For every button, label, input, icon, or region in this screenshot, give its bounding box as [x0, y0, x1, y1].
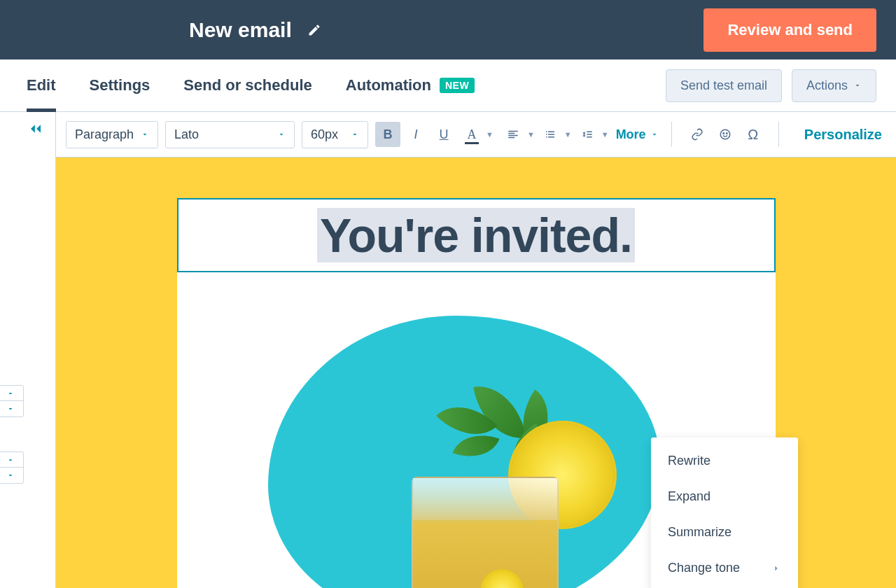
caret-down-icon: [650, 130, 659, 139]
underline-button[interactable]: U: [431, 122, 456, 147]
tab-edit[interactable]: Edit: [27, 59, 56, 111]
editor-area: Paragraph Lato 60px B I U A ▼ ▼: [56, 112, 896, 588]
menu-expand-label: Expand: [668, 489, 710, 504]
tab-send-schedule[interactable]: Send or schedule: [183, 59, 312, 111]
tab-settings[interactable]: Settings: [90, 59, 150, 111]
actions-dropdown[interactable]: Actions: [792, 69, 876, 102]
review-send-button[interactable]: Review and send: [704, 8, 876, 52]
tab-send-label: Send or schedule: [183, 76, 312, 94]
svg-point-2: [726, 133, 727, 134]
personalize-button[interactable]: Personalize: [804, 127, 886, 143]
stepper-down-2[interactable]: [0, 468, 23, 483]
paragraph-group: ▼ ▼ ▼: [500, 122, 609, 147]
align-button[interactable]: [500, 122, 526, 147]
line-height-button[interactable]: [575, 122, 600, 147]
caret-down-icon[interactable]: ▼: [601, 130, 609, 139]
caret-down-icon[interactable]: ▼: [564, 130, 572, 139]
workspace: Paragraph Lato 60px B I U A ▼ ▼: [0, 112, 896, 588]
divider: [778, 122, 779, 147]
menu-change-tone[interactable]: Change tone: [651, 550, 798, 586]
block-style-dropdown[interactable]: Paragraph: [66, 121, 158, 148]
new-badge: NEW: [440, 78, 475, 93]
tab-automation[interactable]: Automation NEW: [346, 59, 475, 111]
tab-settings-label: Settings: [90, 76, 150, 94]
menu-rewrite-label: Rewrite: [668, 454, 710, 468]
stepper-down-1[interactable]: [0, 401, 23, 416]
menu-summarize-label: Summarize: [668, 525, 732, 540]
tab-edit-label: Edit: [27, 76, 56, 94]
text-color-button[interactable]: A: [459, 122, 484, 147]
sub-navigation: Edit Settings Send or schedule Automatio…: [0, 59, 896, 112]
ai-context-menu: Rewrite Expand Summarize Change tone: [651, 438, 798, 588]
glass-body: [412, 477, 559, 588]
caret-down-icon: [351, 130, 359, 139]
emoji-button[interactable]: [713, 122, 738, 147]
stepper-up-1[interactable]: [0, 386, 23, 401]
bold-button[interactable]: B: [375, 122, 400, 147]
email-canvas[interactable]: You're invited.: [56, 158, 896, 588]
menu-summarize[interactable]: Summarize: [651, 514, 798, 550]
left-sidebar: [0, 112, 56, 588]
list-button[interactable]: [538, 122, 563, 147]
edit-title-icon[interactable]: [307, 23, 321, 37]
rich-text-toolbar: Paragraph Lato 60px B I U A ▼ ▼: [56, 112, 896, 158]
caret-down-icon: [853, 81, 862, 90]
menu-rewrite[interactable]: Rewrite: [651, 443, 798, 479]
special-char-button[interactable]: Ω: [741, 122, 766, 147]
send-test-button[interactable]: Send test email: [666, 69, 782, 102]
caret-down-icon[interactable]: ▼: [486, 130, 493, 139]
insert-group: Ω: [685, 122, 766, 147]
svg-point-0: [720, 130, 730, 139]
font-family-dropdown[interactable]: Lato: [165, 121, 295, 148]
email-title: New email: [189, 18, 292, 42]
text-format-group: B I U A ▼: [375, 122, 493, 147]
more-label: More: [616, 127, 646, 142]
color-swatch: [465, 142, 479, 144]
tab-automation-label: Automation: [346, 76, 431, 94]
font-size-dropdown[interactable]: 60px: [302, 121, 368, 148]
stepper-group-1: [0, 385, 24, 417]
lemon-slice: [480, 569, 524, 588]
menu-change-tone-label: Change tone: [668, 561, 740, 575]
caret-down-icon[interactable]: ▼: [527, 130, 535, 139]
headline-block[interactable]: You're invited.: [177, 198, 776, 272]
header-left: New email: [189, 18, 321, 42]
more-dropdown[interactable]: More: [616, 127, 659, 142]
headline-text[interactable]: You're invited.: [317, 208, 635, 262]
stepper-up-2[interactable]: [0, 452, 23, 468]
block-style-label: Paragraph: [75, 127, 134, 142]
app-header: New email Review and send: [0, 0, 896, 59]
font-family-label: Lato: [174, 127, 199, 142]
italic-button[interactable]: I: [403, 122, 428, 147]
collapse-sidebar-icon[interactable]: [26, 119, 46, 139]
link-button[interactable]: [685, 122, 710, 147]
font-size-label: 60px: [311, 127, 338, 142]
caret-down-icon: [141, 130, 149, 139]
tabs: Edit Settings Send or schedule Automatio…: [27, 59, 475, 111]
chevron-right-icon: [771, 564, 781, 573]
lemonade-glass-image: [394, 414, 576, 588]
stepper-group-2: [0, 451, 24, 484]
divider: [671, 122, 672, 147]
actions-label: Actions: [806, 78, 848, 93]
menu-expand[interactable]: Expand: [651, 479, 798, 514]
svg-point-1: [723, 133, 724, 134]
caret-down-icon: [277, 130, 286, 139]
subnav-actions: Send test email Actions: [666, 69, 876, 102]
